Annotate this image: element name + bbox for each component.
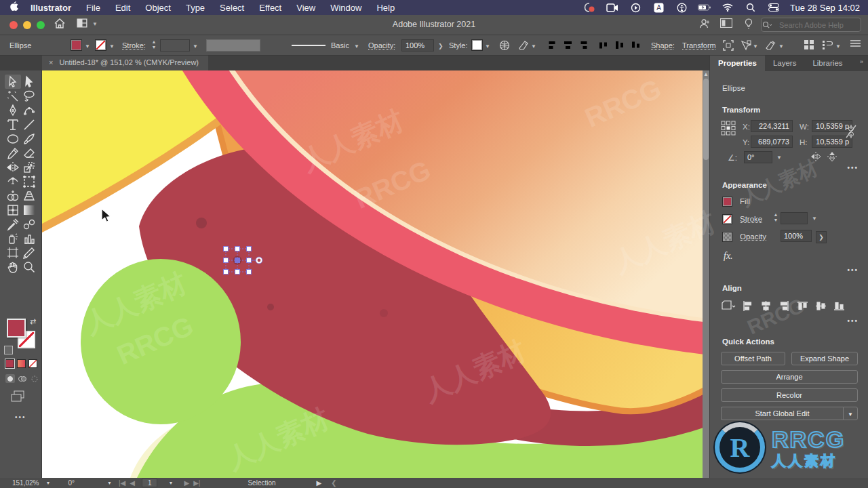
variable-width-dropdown[interactable]: [206, 39, 260, 52]
align-middle-vertical-icon[interactable]: [614, 40, 625, 52]
status-play-icon[interactable]: ▶: [317, 479, 322, 487]
workspace-grid-icon[interactable]: [804, 40, 814, 51]
appearance-more-options-icon[interactable]: •••: [847, 266, 859, 274]
symbol-sprayer-tool[interactable]: [5, 231, 21, 245]
accessibility-icon[interactable]: [675, 2, 688, 13]
tab-layers[interactable]: Layers: [765, 56, 805, 71]
menu-window[interactable]: Window: [330, 3, 361, 13]
bounding-box-icon[interactable]: [723, 40, 734, 52]
appearance-opacity-label[interactable]: Opacity: [740, 232, 766, 241]
line-segment-tool[interactable]: [21, 117, 37, 131]
rotation-field[interactable]: 0°: [68, 479, 75, 487]
tab-properties[interactable]: Properties: [710, 56, 765, 71]
none-button[interactable]: [28, 359, 37, 368]
panel-flow-chevron-icon[interactable]: ▼: [835, 43, 841, 49]
rotation-chevron-icon[interactable]: ▼: [107, 481, 112, 485]
fill-color-swatch[interactable]: [71, 39, 82, 51]
reference-point-icon[interactable]: [721, 121, 736, 137]
style-swatch[interactable]: [471, 39, 483, 51]
menu-edit[interactable]: Edit: [115, 3, 130, 13]
menu-type[interactable]: Type: [186, 3, 205, 13]
prev-artboard-icon[interactable]: ◀: [130, 479, 135, 487]
status-back-icon[interactable]: ❮: [331, 479, 336, 487]
panel-align-bottom-icon[interactable]: [834, 301, 844, 312]
appearance-fill-swatch[interactable]: [722, 197, 732, 207]
x-field[interactable]: 224,3211: [751, 120, 793, 132]
stroke-chevron-icon[interactable]: ▼: [109, 43, 115, 49]
artboard-tool[interactable]: [5, 245, 21, 260]
panel-align-middle-icon[interactable]: [816, 301, 826, 312]
appearance-stroke-label[interactable]: Stroke: [740, 215, 762, 223]
expand-shape-button[interactable]: Expand Shape: [791, 352, 858, 365]
blend-tool[interactable]: [21, 217, 37, 231]
color-button[interactable]: [5, 359, 14, 368]
paintbrush-tool[interactable]: [21, 131, 37, 146]
panel-align-center-icon[interactable]: [761, 301, 771, 312]
lightbulb-icon[interactable]: [745, 18, 753, 31]
recolor-button[interactable]: Recolor: [721, 388, 858, 402]
next-artboard-icon[interactable]: ▶: [184, 479, 189, 487]
appearance-stroke-swatch[interactable]: [722, 214, 732, 224]
menu-effect[interactable]: Effect: [259, 3, 281, 13]
selection-tool[interactable]: [5, 75, 21, 89]
arrange-button[interactable]: Arrange: [721, 370, 858, 384]
collapse-panels-icon[interactable]: »: [860, 58, 863, 65]
zoom-level-field[interactable]: 151,02%: [12, 479, 39, 487]
menu-file[interactable]: File: [86, 3, 100, 13]
apple-menu-icon[interactable]: [9, 1, 18, 14]
default-fill-stroke-icon[interactable]: [4, 346, 13, 354]
search-adobe-help-input[interactable]: [761, 18, 861, 32]
eyedropper-tool[interactable]: [5, 217, 21, 231]
style-chevron-icon[interactable]: ▼: [485, 43, 490, 49]
first-artboard-icon[interactable]: |◀: [119, 479, 125, 487]
last-artboard-icon[interactable]: ▶|: [193, 479, 200, 487]
recolor-chevron-icon[interactable]: ▼: [531, 43, 536, 49]
menu-view[interactable]: View: [296, 3, 315, 13]
panel-align-left-icon[interactable]: [743, 301, 753, 312]
camera-icon[interactable]: [606, 2, 619, 13]
stroke-weight-stepper-panel[interactable]: ▲▼: [772, 212, 779, 224]
arrange-docs-icon[interactable]: [720, 18, 732, 30]
fill-chevron-icon[interactable]: ▼: [85, 43, 90, 49]
isolate-icon[interactable]: [765, 40, 776, 52]
panel-flow-icon[interactable]: [822, 40, 833, 51]
zoom-tool[interactable]: [21, 260, 37, 274]
isolate-chevron-icon[interactable]: ▼: [778, 43, 784, 49]
align-left-icon[interactable]: [547, 40, 557, 52]
stroke-weight-chevron-panel[interactable]: ▼: [812, 216, 817, 222]
appearance-opacity-swatch[interactable]: [722, 232, 732, 242]
ellipse-tool[interactable]: [5, 131, 21, 146]
align-center-horizontal-icon[interactable]: [563, 40, 573, 52]
direct-selection-tool[interactable]: [21, 75, 37, 89]
brush-definition-label[interactable]: Basic: [331, 41, 349, 49]
menu-select[interactable]: Select: [220, 3, 244, 13]
stroke-link-label[interactable]: Stroke:: [122, 41, 146, 49]
stroke-weight-field-panel[interactable]: [781, 212, 808, 224]
free-transform-tool[interactable]: [21, 174, 37, 188]
shape-label[interactable]: Shape:: [651, 41, 675, 49]
align-right-icon[interactable]: [579, 40, 589, 52]
recolor-artwork-icon[interactable]: [518, 40, 530, 52]
fill-proxy-swatch[interactable]: [7, 319, 26, 338]
flip-vertical-icon[interactable]: [827, 152, 837, 163]
control-center-icon[interactable]: [767, 2, 781, 13]
artboard-number-field[interactable]: 1: [142, 479, 158, 487]
opacity-field-panel[interactable]: 100%: [781, 230, 812, 242]
stroke-color-swatch[interactable]: [95, 39, 106, 51]
eraser-tool[interactable]: [21, 146, 37, 160]
wifi-icon[interactable]: [721, 2, 734, 13]
opacity-link-label[interactable]: Opacity:: [368, 41, 395, 49]
pen-tool[interactable]: [5, 103, 21, 117]
stroke-weight-stepper[interactable]: ▲▼: [151, 39, 157, 52]
transform-more-options-icon[interactable]: •••: [847, 164, 859, 171]
type-tool[interactable]: [5, 117, 21, 131]
scale-tool[interactable]: [21, 160, 37, 174]
flip-horizontal-icon[interactable]: [810, 152, 821, 163]
gradient-tool[interactable]: [21, 203, 37, 217]
rotation-field[interactable]: 0°: [744, 151, 772, 163]
close-tab-icon[interactable]: ×: [49, 58, 53, 66]
vertical-scrollbar[interactable]: ▲: [703, 70, 709, 478]
pencil-tool[interactable]: [5, 146, 21, 160]
select-similar-chevron-icon[interactable]: ▼: [753, 43, 758, 49]
panel-align-top-icon[interactable]: [797, 301, 808, 312]
